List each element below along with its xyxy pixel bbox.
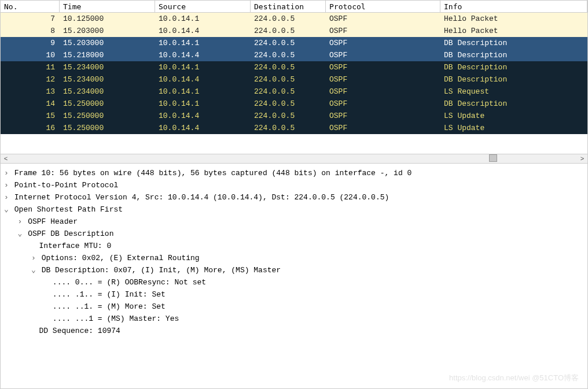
cell-src: 10.0.14.4 xyxy=(155,110,251,122)
mtu-value: Interface MTU: 0 xyxy=(39,242,111,250)
tree-bit-m[interactable]: .... ..1. = (M) More: Set xyxy=(3,301,585,313)
cell-dst: 224.0.0.5 xyxy=(251,110,326,122)
cell-no: 8 xyxy=(1,25,60,37)
chevron-right-icon[interactable]: › xyxy=(3,179,10,191)
cell-dst: 224.0.0.5 xyxy=(251,37,326,49)
cell-dst: 224.0.0.5 xyxy=(251,25,326,37)
chevron-right-icon[interactable]: › xyxy=(3,167,10,179)
cell-time: 15.250000 xyxy=(60,110,155,122)
cell-no: 15 xyxy=(1,110,60,122)
cell-src: 10.0.14.1 xyxy=(155,37,251,49)
table-row[interactable]: 915.20300010.0.14.1224.0.0.5OSPFDB Descr… xyxy=(1,37,587,49)
ospf-header-label: OSPF Header xyxy=(28,217,78,226)
packet-details-pane: › Frame 10: 56 bytes on wire (448 bits),… xyxy=(1,164,587,339)
scroll-right-icon[interactable]: > xyxy=(578,155,586,162)
tree-mtu[interactable]: Interface MTU: 0 xyxy=(3,240,585,252)
frame-summary: Frame 10: 56 bytes on wire (448 bits), 5… xyxy=(14,169,412,177)
cell-no: 10 xyxy=(1,49,60,61)
tree-ipv4[interactable]: › Internet Protocol Version 4, Src: 10.0… xyxy=(3,191,585,203)
table-row[interactable]: 1515.25000010.0.14.4224.0.0.5OSPFLS Upda… xyxy=(1,110,587,122)
cell-src: 10.0.14.1 xyxy=(155,13,251,25)
cell-proto: OSPF xyxy=(326,122,440,134)
cell-info: DB Description xyxy=(440,98,587,110)
cell-no: 16 xyxy=(1,122,60,134)
cell-proto: OSPF xyxy=(326,110,440,122)
table-row[interactable]: 1315.23400010.0.14.1224.0.0.5OSPFLS Requ… xyxy=(1,86,587,98)
chevron-right-icon[interactable]: › xyxy=(3,191,10,203)
cell-time: 15.234000 xyxy=(60,86,155,98)
chevron-down-icon[interactable]: ⌄ xyxy=(16,228,23,240)
bit-ms: .... ...1 = (MS) Master: Yes xyxy=(53,314,179,323)
cell-proto: OSPF xyxy=(326,61,440,73)
cell-info: LS Update xyxy=(440,122,587,134)
cell-no: 14 xyxy=(1,98,60,110)
table-row[interactable]: 1115.23400010.0.14.1224.0.0.5OSPFDB Desc… xyxy=(1,61,587,73)
table-row[interactable]: 1215.23400010.0.14.4224.0.0.5OSPFDB Desc… xyxy=(1,73,587,86)
cell-src: 10.0.14.4 xyxy=(155,122,251,134)
cell-dst: 224.0.0.5 xyxy=(251,49,326,61)
col-header-destination[interactable]: Destination xyxy=(251,1,326,12)
cell-dst: 224.0.0.5 xyxy=(251,86,326,98)
cell-src: 10.0.14.4 xyxy=(155,73,251,86)
cell-time: 15.203000 xyxy=(60,25,155,37)
table-row[interactable]: 815.20300010.0.14.4224.0.0.5OSPFHello Pa… xyxy=(1,25,587,37)
cell-no: 11 xyxy=(1,61,60,73)
bit-i: .... .1.. = (I) Init: Set xyxy=(53,290,166,299)
cell-proto: OSPF xyxy=(326,25,440,37)
table-row[interactable]: 1615.25000010.0.14.4224.0.0.5OSPFLS Upda… xyxy=(1,122,587,134)
scroll-thumb[interactable] xyxy=(489,154,497,162)
tree-options[interactable]: › Options: 0x02, (E) External Routing xyxy=(3,252,585,264)
tree-dbdesc[interactable]: ⌄ DB Description: 0x07, (I) Init, (M) Mo… xyxy=(3,264,585,276)
cell-time: 15.234000 xyxy=(60,61,155,73)
horizontal-scrollbar[interactable]: < > xyxy=(1,154,587,164)
scroll-left-icon[interactable]: < xyxy=(2,155,10,162)
cell-time: 15.203000 xyxy=(60,37,155,49)
cell-time: 15.218000 xyxy=(60,49,155,61)
col-header-info[interactable]: Info xyxy=(440,1,587,12)
col-header-protocol[interactable]: Protocol xyxy=(326,1,440,12)
tree-frame[interactable]: › Frame 10: 56 bytes on wire (448 bits),… xyxy=(3,167,585,179)
table-row[interactable]: 710.12500010.0.14.1224.0.0.5OSPFHello Pa… xyxy=(1,13,587,25)
chevron-down-icon[interactable]: ⌄ xyxy=(30,264,37,276)
cell-info: DB Description xyxy=(440,73,587,86)
tree-ospf-header[interactable]: › OSPF Header xyxy=(3,216,585,228)
cell-info: DB Description xyxy=(440,37,587,49)
tree-ppp[interactable]: › Point-to-Point Protocol xyxy=(3,179,585,191)
tree-ospf[interactable]: ⌄ Open Shortest Path First xyxy=(3,203,585,216)
table-row[interactable]: 1415.25000010.0.14.1224.0.0.5OSPFDB Desc… xyxy=(1,98,587,110)
chevron-down-icon[interactable]: ⌄ xyxy=(3,203,10,216)
cell-proto: OSPF xyxy=(326,73,440,86)
tree-bit-i[interactable]: .... .1.. = (I) Init: Set xyxy=(3,288,585,301)
cell-proto: OSPF xyxy=(326,49,440,61)
cell-no: 9 xyxy=(1,37,60,49)
tree-ddseq[interactable]: DD Sequence: 10974 xyxy=(3,325,585,337)
packet-list-pane: No. Time Source Destination Protocol Inf… xyxy=(1,1,587,154)
col-header-no[interactable]: No. xyxy=(1,1,60,12)
cell-info: LS Request xyxy=(440,86,587,98)
cell-proto: OSPF xyxy=(326,86,440,98)
tree-bit-ms[interactable]: .... ...1 = (MS) Master: Yes xyxy=(3,313,585,325)
cell-dst: 224.0.0.5 xyxy=(251,13,326,25)
tree-bit-r[interactable]: .... 0... = (R) OOBResync: Not set xyxy=(3,276,585,288)
tree-ospf-dbd[interactable]: ⌄ OSPF DB Description xyxy=(3,228,585,240)
watermark-text: https://blog.csdn.net/wei @51CTO博客 xyxy=(449,373,579,383)
ipv4-summary: Internet Protocol Version 4, Src: 10.0.1… xyxy=(14,193,389,202)
cell-time: 15.250000 xyxy=(60,122,155,134)
table-row[interactable]: 1015.21800010.0.14.4224.0.0.5OSPFDB Desc… xyxy=(1,49,587,61)
ddseq-value: DD Sequence: 10974 xyxy=(39,327,120,335)
cell-info: DB Description xyxy=(440,61,587,73)
bit-m: .... ..1. = (M) More: Set xyxy=(53,302,166,311)
cell-dst: 224.0.0.5 xyxy=(251,61,326,73)
cell-time: 15.250000 xyxy=(60,98,155,110)
col-header-source[interactable]: Source xyxy=(155,1,251,12)
col-header-time[interactable]: Time xyxy=(60,1,155,12)
cell-src: 10.0.14.4 xyxy=(155,25,251,37)
bit-r: .... 0... = (R) OOBResync: Not set xyxy=(53,278,206,287)
packet-rows: 710.12500010.0.14.1224.0.0.5OSPFHello Pa… xyxy=(1,13,587,154)
options-value: Options: 0x02, (E) External Routing xyxy=(42,254,200,262)
cell-no: 7 xyxy=(1,13,60,25)
chevron-right-icon[interactable]: › xyxy=(30,252,37,264)
chevron-right-icon[interactable]: › xyxy=(16,216,23,228)
cell-src: 10.0.14.1 xyxy=(155,61,251,73)
cell-info: LS Update xyxy=(440,110,587,122)
